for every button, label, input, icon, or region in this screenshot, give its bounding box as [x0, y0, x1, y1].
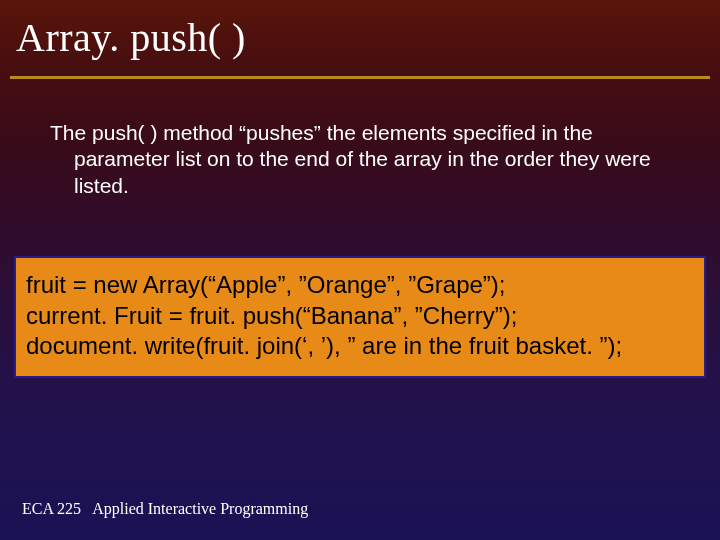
code-line-2: current. Fruit = fruit. push(“Banana”, ”… — [26, 301, 694, 332]
code-block: fruit = new Array(“Apple”, ”Orange”, ”Gr… — [14, 256, 706, 378]
body-paragraph: The push( ) method “pushes” the elements… — [50, 120, 680, 199]
code-line-3: document. write(fruit. join(‘, ’), ” are… — [26, 331, 694, 362]
slide: Array. push( ) The push( ) method “pushe… — [0, 0, 720, 540]
footer-text: ECA 225 Applied Interactive Programming — [22, 500, 308, 518]
body-text: The push( ) method “pushes” the elements… — [50, 120, 680, 199]
slide-title: Array. push( ) — [16, 14, 246, 61]
code-line-1: fruit = new Array(“Apple”, ”Orange”, ”Gr… — [26, 270, 694, 301]
title-underline — [10, 76, 710, 79]
